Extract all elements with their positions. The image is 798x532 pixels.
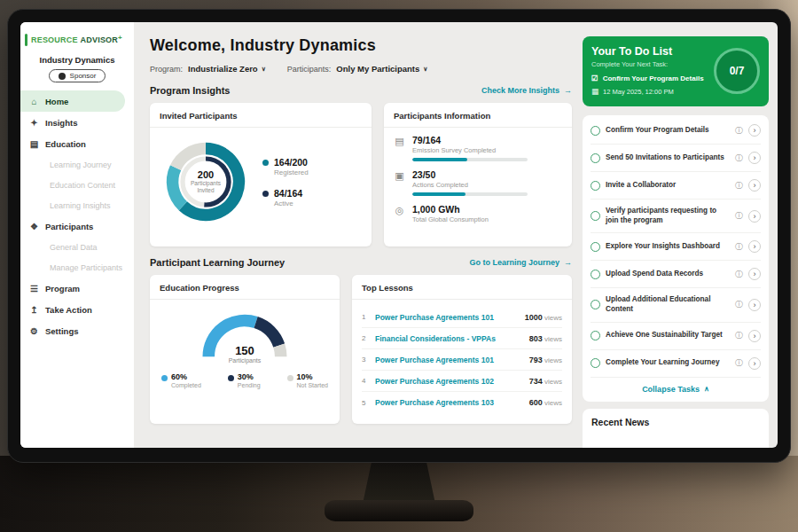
task-checkbox[interactable] xyxy=(591,300,600,309)
sidebar-item-label: Learning Insights xyxy=(50,201,111,210)
task-row[interactable]: Achieve One Sustainability Target ⓘ › xyxy=(591,323,761,350)
task-row[interactable]: Confirm Your Program Details ⓘ › xyxy=(591,117,761,145)
sidebar: RESOURCE ADVISOR + Industry Dynamics Spo… xyxy=(20,22,134,448)
sidebar-item[interactable]: General Data xyxy=(20,237,134,257)
chevron-right-glyph: › xyxy=(754,270,756,278)
chevron-right-icon[interactable]: › xyxy=(748,268,761,280)
legend-item: 30% Pending xyxy=(228,372,261,388)
legend-item: 84/164 Active xyxy=(262,188,309,207)
sidebar-item[interactable]: Manage Participants xyxy=(20,257,134,278)
lesson-link[interactable]: Power Purchase Agreements 102 xyxy=(375,377,523,386)
task-checkbox[interactable] xyxy=(591,181,600,191)
collapse-tasks-link[interactable]: Collapse Tasks ∧ xyxy=(591,378,761,398)
task-checkbox[interactable] xyxy=(591,270,600,279)
chevron-right-icon[interactable]: › xyxy=(748,124,761,137)
go-to-learning-journey-link[interactable]: Go to Learning Journey → xyxy=(469,258,572,267)
lesson-link[interactable]: Power Purchase Agreements 101 xyxy=(375,313,519,322)
check-more-insights-link[interactable]: Check More Insights → xyxy=(481,86,572,95)
app-window: RESOURCE ADVISOR + Industry Dynamics Spo… xyxy=(20,22,778,448)
progress-fill xyxy=(412,158,467,161)
task-checkbox[interactable] xyxy=(591,331,600,340)
info-icon[interactable]: ⓘ xyxy=(735,210,743,222)
chevron-right-icon[interactable]: › xyxy=(748,152,761,164)
task-row[interactable]: Invite a Collaborator ⓘ › xyxy=(591,172,761,200)
sidebar-item[interactable]: Learning Journey xyxy=(20,154,134,175)
lesson-link[interactable]: Power Purchase Agreements 101 xyxy=(375,356,523,364)
lesson-link[interactable]: Financial Considerations - VPPAs xyxy=(375,334,523,343)
sidebar-item[interactable]: ⌂ Home xyxy=(20,90,125,112)
lesson-link[interactable]: Power Purchase Agreements 103 xyxy=(375,398,523,407)
info-icon[interactable]: ⓘ xyxy=(735,299,743,310)
donut-center-value: 200 xyxy=(198,169,214,180)
chevron-right-glyph: › xyxy=(754,301,756,309)
metric-value: 1,000 GWh xyxy=(412,204,489,215)
task-row[interactable]: Upload Additional Educational Content ⓘ … xyxy=(591,288,761,322)
filter-bar: Program: Industrialize Zero ∨ Participan… xyxy=(150,64,572,74)
chevron-right-icon[interactable]: › xyxy=(748,210,761,223)
sidebar-item[interactable]: Learning Insights xyxy=(20,195,134,215)
legend-label: Not Started xyxy=(297,382,328,388)
task-row[interactable]: Complete Your Learning Journey ⓘ › xyxy=(591,350,761,378)
chevron-right-icon[interactable]: › xyxy=(748,330,761,342)
chevron-right-glyph: › xyxy=(754,332,756,340)
program-filter-dropdown[interactable]: Industrialize Zero ∨ xyxy=(188,64,266,74)
sidebar-item[interactable]: ▤ Education xyxy=(20,133,134,154)
chevron-right-icon[interactable]: › xyxy=(748,240,761,253)
task-row[interactable]: Send 50 Invitations to Participants ⓘ › xyxy=(591,145,761,172)
chevron-right-glyph: › xyxy=(754,126,756,135)
participants-filter-dropdown[interactable]: Only My Participants ∨ xyxy=(336,64,427,74)
sidebar-item[interactable]: ⚙ Settings xyxy=(20,320,134,341)
task-row[interactable]: Verify participants requesting to join t… xyxy=(591,200,761,233)
task-row[interactable]: Explore Your Insights Dashboard ⓘ › xyxy=(591,233,761,261)
info-icon[interactable]: ⓘ xyxy=(735,357,743,369)
top-lessons-card: Top Lessons 1 Power Purchase Agreements … xyxy=(352,275,572,424)
sidebar-item[interactable]: ✦ Insights xyxy=(20,112,134,133)
lesson-views-label: views xyxy=(544,356,562,364)
legend-value: 84/164 xyxy=(274,188,302,199)
todo-next-task[interactable]: ☑ Confirm Your Program Details xyxy=(591,74,707,82)
learning-journey-cards: Education Progress 150 Participants xyxy=(150,275,572,424)
info-icon[interactable]: ⓘ xyxy=(735,269,743,280)
task-checkbox[interactable] xyxy=(591,358,600,368)
lesson-views-label: views xyxy=(544,335,562,343)
task-label: Confirm Your Program Details xyxy=(606,126,730,136)
legend-dot xyxy=(287,375,293,381)
info-icon[interactable]: ⓘ xyxy=(735,241,743,253)
monitor-bezel: RESOURCE ADVISOR + Industry Dynamics Spo… xyxy=(7,9,791,463)
sidebar-item-icon: ↥ xyxy=(29,305,39,315)
program-filter-label: Program: xyxy=(150,65,183,74)
sidebar-item[interactable]: ↥ Take Action xyxy=(20,299,134,320)
info-icon[interactable]: ⓘ xyxy=(735,153,743,164)
education-gauge-chart: 150 Participants xyxy=(188,307,301,364)
arrow-right-icon: → xyxy=(564,258,572,267)
task-row[interactable]: Upload Spend Data Records ⓘ › xyxy=(591,261,761,288)
chevron-down-icon: ∨ xyxy=(423,66,427,73)
lesson-views-count: 734 xyxy=(529,377,543,386)
chevron-right-icon[interactable]: › xyxy=(748,357,761,370)
lesson-views-count: 600 xyxy=(529,398,543,407)
card-title: Participants Information xyxy=(394,111,562,121)
chevron-right-icon[interactable]: › xyxy=(748,179,761,192)
task-checkbox[interactable] xyxy=(591,153,600,163)
info-icon[interactable]: ⓘ xyxy=(735,330,743,341)
card-title: Top Lessons xyxy=(362,283,562,293)
sidebar-item[interactable]: ❖ Participants xyxy=(20,215,134,237)
chevron-right-icon[interactable]: › xyxy=(748,299,761,311)
legend-value: 10% xyxy=(297,372,328,381)
lesson-views-label: views xyxy=(544,399,562,407)
sidebar-item-label: Education xyxy=(45,139,86,149)
sidebar-item[interactable]: ☰ Program xyxy=(20,278,134,299)
task-checkbox[interactable] xyxy=(591,126,600,136)
metric-label: Actions Completed xyxy=(412,181,528,189)
task-checkbox[interactable] xyxy=(591,211,600,221)
app-logo: RESOURCE ADVISOR + xyxy=(20,31,134,51)
donut-center-label: Participants Invited xyxy=(191,180,221,195)
task-checkbox[interactable] xyxy=(591,242,600,252)
section-title-program-insights: Program Insights xyxy=(150,85,230,96)
info-icon[interactable]: ⓘ xyxy=(735,125,743,137)
metric-label: Emission Survey Completed xyxy=(412,146,528,154)
sidebar-item[interactable]: Education Content xyxy=(20,175,134,195)
sponsor-badge[interactable]: Sponsor xyxy=(49,69,106,82)
participants-filter-value: Only My Participants xyxy=(336,64,419,74)
info-icon[interactable]: ⓘ xyxy=(735,180,743,192)
